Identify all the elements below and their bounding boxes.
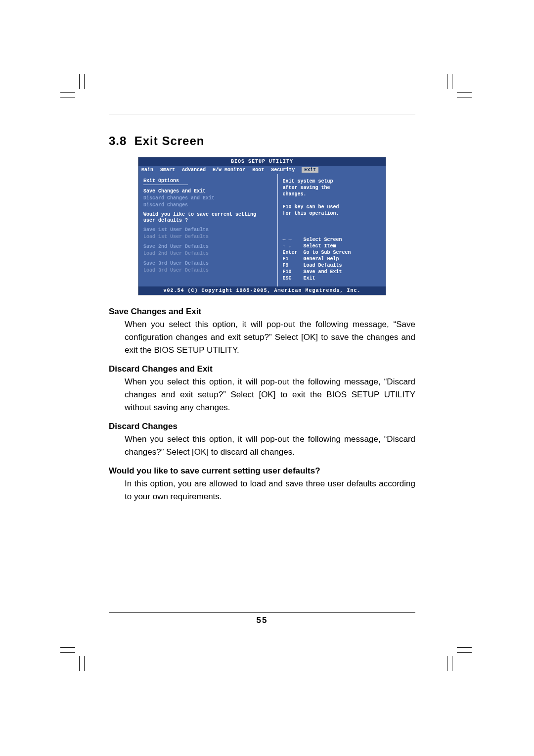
desc4-text: In this option, you are allowed to load …: [125, 477, 415, 503]
help-description: Exit system setup after saving the chang…: [283, 178, 382, 217]
opt-load-3rd[interactable]: Load 3rd User Defaults: [143, 267, 272, 274]
desc3-heading: Discard Changes: [109, 420, 415, 433]
bios-footer: v02.54 (C) Copyright 1985-2005, American…: [138, 286, 386, 295]
bios-body: Exit Options Save Changes and Exit Disca…: [138, 174, 386, 286]
desc2-heading: Discard Changes and Exit: [109, 363, 415, 376]
body-text: Save Changes and Exit When you select th…: [109, 305, 415, 503]
desc2-text: When you select this option, it will pop…: [125, 376, 415, 414]
bios-window: BIOS SETUP UTILITY Main Smart Advanced H…: [138, 157, 386, 295]
opt-save-1st[interactable]: Save 1st User Defaults: [143, 227, 272, 234]
page-content: 3.8 Exit Screen BIOS SETUP UTILITY Main …: [109, 114, 415, 625]
opt-discard-exit[interactable]: Discard Changes and Exit: [143, 195, 272, 202]
bios-title: BIOS SETUP UTILITY: [138, 157, 386, 166]
tab-hwmonitor[interactable]: H/W Monitor: [213, 167, 245, 173]
tab-exit[interactable]: Exit: [302, 167, 318, 173]
tab-smart[interactable]: Smart: [160, 167, 175, 173]
desc1-text: When you select this option, it will pop…: [125, 318, 415, 357]
top-rule: [109, 114, 415, 114]
opt-discard[interactable]: Discard Changes: [143, 202, 272, 209]
section-title: 3.8 Exit Screen: [109, 134, 415, 148]
tab-security[interactable]: Security: [271, 167, 295, 173]
opt-load-1st[interactable]: Load 1st User Defaults: [143, 234, 272, 240]
bottom-rule: [109, 612, 415, 613]
bios-right-pane: Exit system setup after saving the chang…: [277, 174, 386, 286]
tab-advanced[interactable]: Advanced: [182, 167, 206, 173]
desc4-heading: Would you like to save current setting u…: [109, 465, 415, 477]
desc1-heading: Save Changes and Exit: [109, 305, 415, 318]
page-number: 55: [109, 615, 415, 625]
section-number: 3.8: [109, 134, 127, 147]
exit-options-heading: Exit Options: [143, 178, 272, 184]
tab-boot[interactable]: Boot: [252, 167, 264, 173]
underline: [143, 185, 188, 185]
desc3-text: When you select this option, it will pop…: [125, 433, 415, 459]
opt-save-3rd[interactable]: Save 3rd User Defaults: [143, 260, 272, 267]
key-help: ← →Select Screen ↑ ↓Select Item EnterGo …: [283, 236, 382, 282]
opt-save-2nd[interactable]: Save 2nd User Defaults: [143, 243, 272, 250]
opt-load-2nd[interactable]: Load 2nd User Defaults: [143, 250, 272, 257]
opt-save-exit[interactable]: Save Changes and Exit: [143, 188, 272, 195]
save-defaults-question: Would you like to save current setting u…: [143, 212, 272, 224]
bios-tabs: Main Smart Advanced H/W Monitor Boot Sec…: [138, 166, 386, 174]
tab-main[interactable]: Main: [141, 167, 153, 173]
bios-left-pane: Exit Options Save Changes and Exit Disca…: [138, 174, 277, 286]
section-name: Exit Screen: [134, 134, 205, 147]
